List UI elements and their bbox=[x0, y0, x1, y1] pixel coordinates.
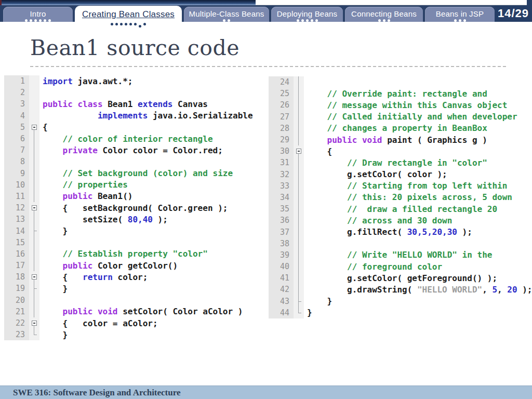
code-text: // this: 20 pixels across, 5 down bbox=[304, 192, 512, 203]
line-number: 19 bbox=[4, 283, 29, 294]
line-number: 13 bbox=[4, 214, 29, 225]
code-line: 24 bbox=[269, 76, 532, 88]
code-line: 1import java.awt.*; bbox=[4, 75, 253, 87]
collapse-minus-icon[interactable] bbox=[32, 321, 37, 326]
tab-creating-bean-classes[interactable]: Creating Bean Classes bbox=[75, 6, 182, 27]
code-line: 37 g.fillRect( 30,5,20,30 ); bbox=[269, 226, 532, 237]
code-line: 30 { bbox=[269, 145, 532, 157]
top-left-notch bbox=[0, 0, 2, 5]
code-line: 40 // foreground color bbox=[269, 261, 532, 272]
fold-toggle-icon[interactable] bbox=[29, 122, 39, 133]
code-line: 16 // Establish property "color" bbox=[4, 248, 253, 260]
top-window-strip bbox=[0, 0, 532, 5]
fold-marker bbox=[29, 260, 39, 271]
progress-dot bbox=[306, 19, 309, 22]
fold-marker bbox=[294, 111, 304, 123]
top-window-strip-gradient bbox=[0, 0, 256, 5]
fold-marker bbox=[294, 157, 304, 168]
code-panel-left: 1import java.awt.*;23public class Bean1 … bbox=[4, 75, 253, 340]
tab-progress-dots bbox=[271, 19, 343, 22]
code-text: import java.awt.*; bbox=[39, 75, 132, 87]
line-number: 1 bbox=[4, 75, 29, 87]
code-text bbox=[304, 76, 307, 88]
line-number: 18 bbox=[4, 271, 29, 283]
fold-toggle-icon[interactable] bbox=[29, 202, 39, 214]
progress-dot bbox=[463, 19, 466, 22]
line-number: 2 bbox=[4, 87, 29, 98]
progress-dot bbox=[459, 19, 461, 22]
top-right-notch bbox=[527, 0, 532, 5]
tab-multiple-class-beans[interactable]: Multiple-Class Beans bbox=[184, 7, 269, 22]
code-text bbox=[39, 237, 43, 248]
code-text bbox=[304, 238, 307, 249]
line-number: 28 bbox=[269, 123, 294, 134]
code-line: 28 // changes a property in BeanBox bbox=[269, 123, 532, 134]
code-text: { bbox=[39, 122, 48, 133]
fold-marker bbox=[29, 110, 39, 122]
code-text: public Color getColor() bbox=[39, 260, 178, 271]
progress-dot bbox=[30, 19, 32, 22]
progress-dot bbox=[311, 19, 313, 22]
progress-dot bbox=[301, 19, 304, 22]
collapse-minus-icon[interactable] bbox=[296, 149, 301, 154]
line-number: 20 bbox=[4, 295, 29, 306]
code-line: 44} bbox=[269, 307, 532, 318]
code-line: 3public class Bean1 extends Canvas bbox=[4, 98, 253, 110]
code-line: 41 g.setColor( getForeground() ); bbox=[269, 272, 532, 284]
code-text bbox=[39, 295, 43, 306]
code-line: 39 // Write "HELLO WORLD" in the bbox=[269, 249, 532, 261]
fold-marker bbox=[294, 169, 304, 180]
tab-progress-dots bbox=[425, 19, 495, 22]
footer-text: SWE 316: Software Design and Architectur… bbox=[13, 388, 181, 398]
progress-dot bbox=[223, 19, 225, 22]
line-number: 8 bbox=[4, 156, 29, 167]
tab-progress-dots bbox=[345, 19, 423, 22]
code-text: // Set background (color) and size bbox=[39, 168, 233, 179]
code-line: 8 bbox=[4, 156, 253, 167]
fold-marker bbox=[294, 307, 304, 318]
collapse-minus-icon[interactable] bbox=[32, 274, 37, 280]
footer-bar: SWE 316: Software Design and Architectur… bbox=[0, 385, 532, 399]
fold-marker bbox=[29, 156, 39, 167]
line-number: 38 bbox=[269, 238, 294, 249]
line-number: 11 bbox=[4, 191, 29, 202]
tab-connecting-beans[interactable]: Connecting Beans bbox=[345, 7, 423, 22]
code-text: // Write "HELLO WORLD" in the bbox=[304, 249, 492, 261]
tab-intro[interactable]: Intro bbox=[3, 7, 73, 22]
collapse-minus-icon[interactable] bbox=[32, 205, 37, 210]
code-line: 23 } bbox=[4, 329, 253, 340]
code-text: } bbox=[39, 283, 68, 294]
collapse-minus-icon[interactable] bbox=[32, 125, 37, 130]
progress-dot bbox=[297, 19, 299, 22]
code-line: 20 bbox=[4, 295, 253, 306]
fold-marker bbox=[294, 226, 304, 237]
code-line: 9 // Set background (color) and size bbox=[4, 168, 253, 179]
code-line: 7 private Color color = Color.red; bbox=[4, 144, 253, 156]
fold-toggle-icon[interactable] bbox=[29, 317, 39, 329]
tab-beans-in-jsp[interactable]: Beans in JSP bbox=[425, 7, 495, 22]
progress-dot bbox=[44, 19, 46, 22]
code-text: { bbox=[304, 145, 332, 157]
fold-toggle-icon[interactable] bbox=[29, 271, 39, 283]
fold-marker bbox=[29, 75, 39, 87]
tab-deploying-beans[interactable]: Deploying Beans bbox=[271, 7, 343, 22]
code-line: 19 } bbox=[4, 283, 253, 294]
tab-label: Creating Bean Classes bbox=[82, 9, 175, 20]
line-number: 15 bbox=[4, 237, 29, 248]
line-number: 4 bbox=[4, 110, 29, 122]
fold-toggle-icon[interactable] bbox=[294, 145, 304, 157]
line-number: 27 bbox=[269, 111, 294, 123]
line-number: 30 bbox=[269, 145, 294, 157]
progress-dot bbox=[143, 23, 146, 25]
fold-marker bbox=[29, 144, 39, 156]
tab-label: Deploying Beans bbox=[277, 9, 337, 18]
code-text: // Draw rectangle in "color" bbox=[304, 157, 487, 168]
fold-marker bbox=[29, 98, 39, 110]
code-text: public class Bean1 extends Canvas bbox=[39, 98, 208, 110]
code-text: // Establish property "color" bbox=[39, 248, 208, 260]
line-number: 29 bbox=[269, 134, 294, 145]
line-number: 22 bbox=[4, 317, 29, 329]
fold-marker bbox=[294, 249, 304, 261]
fold-marker bbox=[29, 248, 39, 260]
line-number: 36 bbox=[269, 215, 294, 226]
